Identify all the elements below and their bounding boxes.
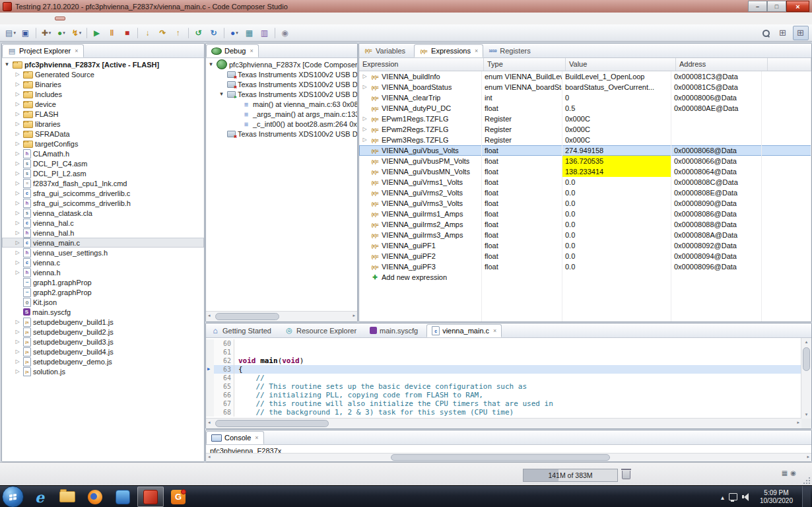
menu-tools[interactable] — [44, 17, 55, 20]
refresh-button[interactable] — [207, 26, 221, 40]
minimize-button[interactable] — [333, 46, 344, 56]
pin-button[interactable] — [278, 26, 292, 40]
maximize-button[interactable] — [799, 46, 810, 56]
maximize-button[interactable] — [345, 46, 356, 56]
twisty-icon[interactable] — [14, 230, 21, 236]
tree-item[interactable]: Binaries — [2, 79, 204, 89]
twisty-icon[interactable] — [361, 127, 368, 132]
minimize-button[interactable] — [180, 46, 191, 56]
expression-row[interactable]: VIENNA_guiPF1float0.00x00008092@Data — [359, 240, 811, 251]
tree-item[interactable]: graph2.graphProp — [2, 287, 204, 297]
expression-row[interactable]: VIENNA_guiIrms1_Ampsfloat0.00x00008086@D… — [359, 209, 811, 219]
minimize-button[interactable] — [748, 1, 767, 12]
twisty-icon[interactable] — [14, 161, 21, 166]
view-menu-button[interactable] — [321, 46, 332, 56]
maximize-button[interactable] — [799, 432, 810, 443]
search-button[interactable] — [759, 26, 773, 40]
tree-item[interactable]: vienna_hal.c — [2, 218, 204, 228]
column-header[interactable]: Address — [676, 58, 768, 71]
scroll-lock-button[interactable] — [740, 432, 751, 443]
add-new-expression-row[interactable]: Add new expression — [359, 272, 811, 283]
menu-run[interactable] — [55, 17, 65, 20]
tree-item[interactable]: vienna_hal.h — [2, 228, 204, 238]
show-type-names-button[interactable] — [716, 46, 727, 56]
marker-bar[interactable] — [206, 339, 214, 348]
tree-item[interactable]: DCL_PI_L2.asm — [2, 168, 204, 178]
twisty-icon[interactable] — [14, 191, 21, 196]
twisty-icon[interactable] — [14, 121, 21, 127]
twisty-icon[interactable] — [14, 92, 21, 97]
code-line[interactable]: 68 // the background 1, 2 & 3) task for … — [206, 408, 801, 417]
expression-row[interactable]: VIENNA_guiPF2float0.00x00008094@Data — [359, 251, 811, 261]
remove-all-expressions-button[interactable] — [752, 46, 762, 56]
expression-row[interactable]: EPwm3Regs.TZFLGRegister0x000C — [359, 135, 811, 145]
tab-project-explorer[interactable]: Project Explorer× — [2, 44, 84, 57]
expression-row[interactable]: VIENNA_guiVrms2_Voltsfloat0.00x0000808E@… — [359, 187, 811, 198]
step-return-button[interactable] — [171, 26, 186, 40]
twisty-icon[interactable] — [14, 220, 21, 226]
twisty-icon[interactable] — [14, 72, 21, 77]
new-button[interactable]: ▾ — [3, 26, 18, 40]
tree-item[interactable]: device — [2, 99, 204, 109]
tab-registers[interactable]: Registers — [483, 44, 539, 57]
expression-row[interactable]: EPwm1Regs.TZFLGRegister0x000C — [359, 114, 811, 124]
tree-item[interactable]: setupdebugenv_build3.js — [2, 337, 204, 347]
tree-item[interactable]: _c_int00() at boot28.asm:264 0x083B1 — [206, 119, 357, 129]
tab-expressions[interactable]: Expressions× — [414, 44, 483, 57]
twisty-icon[interactable] — [14, 102, 21, 107]
resume-button[interactable] — [90, 26, 104, 40]
suspend-button[interactable] — [105, 26, 119, 40]
console-horizontal-scrollbar[interactable]: ◂ ▸ — [206, 453, 811, 461]
tab-variables[interactable]: Variables — [359, 44, 414, 57]
code-line[interactable]: 65 // This routine sets up the basic dev… — [206, 382, 801, 391]
marker-bar[interactable] — [206, 374, 214, 382]
tree-item[interactable]: setupdebugenv_demo.js — [2, 356, 204, 366]
marker-bar[interactable] — [206, 408, 214, 417]
expression-row[interactable]: VIENNA_guiIrms2_Ampsfloat0.00x00008088@D… — [359, 219, 811, 230]
step-into-button[interactable] — [141, 26, 155, 40]
code-line[interactable]: 66 // initializing PLL, copying code fro… — [206, 391, 801, 399]
word-wrap-button[interactable] — [752, 432, 762, 443]
code-line[interactable]: 67 // this routine will also initialize … — [206, 399, 801, 408]
link-editor-button[interactable] — [156, 46, 167, 56]
close-icon[interactable]: × — [75, 48, 78, 54]
blue-app-icon[interactable] — [110, 487, 136, 507]
status-icon[interactable]: ▦ — [782, 469, 788, 477]
code-line[interactable]: 62void main(void) — [206, 356, 801, 365]
tree-item[interactable]: main.syscfg — [2, 307, 204, 317]
maximize-button[interactable] — [192, 46, 203, 56]
debug-horizontal-scrollbar[interactable]: ◂ ▸ — [206, 311, 357, 321]
marker-bar[interactable] — [206, 391, 214, 399]
twisty-icon[interactable] — [14, 240, 21, 246]
maximize-button[interactable] — [767, 1, 786, 12]
tree-item[interactable]: DCL_PI_C4.asm — [2, 158, 204, 168]
tab-main-syscfg[interactable]: main.syscfg — [365, 323, 426, 337]
close-icon[interactable]: × — [475, 48, 478, 54]
expression-row[interactable] — [359, 293, 811, 304]
twisty-icon[interactable] — [14, 270, 21, 275]
firefox-icon[interactable] — [82, 487, 108, 507]
expression-row[interactable] — [359, 304, 811, 314]
view-menu-button[interactable] — [776, 46, 786, 56]
expression-row[interactable]: VIENNA_guiPF3float0.00x00008096@Data — [359, 261, 811, 272]
tree-item[interactable]: vienna.c — [2, 257, 204, 267]
marker-bar[interactable] — [206, 382, 214, 391]
network-icon[interactable] — [729, 493, 737, 500]
internet-explorer-icon[interactable] — [26, 487, 53, 507]
marker-bar[interactable] — [206, 365, 214, 374]
twisty-icon[interactable] — [14, 250, 21, 255]
tree-item[interactable]: Texas Instruments XDS100v2 USB Debug — [206, 79, 357, 89]
marker-bar[interactable] — [206, 399, 214, 408]
perspective-edit-button[interactable] — [776, 26, 790, 40]
tab-debug[interactable]: Debug× — [206, 44, 259, 57]
tree-item[interactable]: vienna.h — [2, 267, 204, 277]
expression-row[interactable]: VIENNA_guiVbusPM_Voltsfloat136.7205350x0… — [359, 156, 811, 166]
run-garbage-collector-button[interactable] — [622, 471, 630, 479]
twisty-icon[interactable] — [14, 181, 21, 186]
resize-grip-icon[interactable] — [802, 476, 810, 484]
marker-bar[interactable] — [206, 356, 214, 365]
twisty-icon[interactable] — [14, 201, 21, 206]
show-desktop-button[interactable] — [802, 486, 811, 507]
tree-item[interactable]: setupdebugenv_build4.js — [2, 347, 204, 356]
registers-view-button[interactable] — [257, 26, 272, 40]
